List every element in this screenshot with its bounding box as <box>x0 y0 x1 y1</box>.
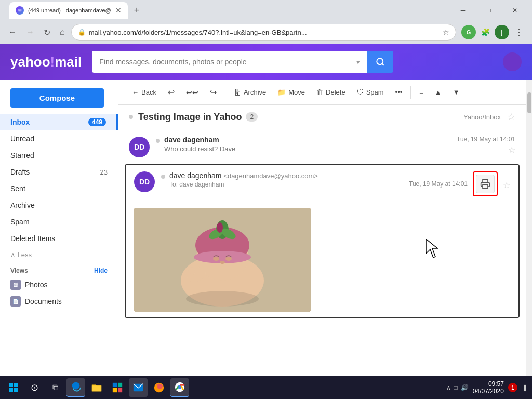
sidebar: Compose Inbox 449 Unread Starred Drafts … <box>0 80 118 380</box>
search-container: ▾ <box>92 51 393 73</box>
tab-close-button[interactable]: ✕ <box>115 6 122 15</box>
svg-point-11 <box>217 222 223 233</box>
profile-button[interactable]: j <box>495 25 509 39</box>
maximize-button[interactable]: □ <box>477 2 501 19</box>
taskbar-chrome[interactable] <box>170 378 189 397</box>
email-avatar-1: DD <box>129 137 150 157</box>
browser-window: ✉ (449 unread) - dagenhamdave@ ✕ + ─ □ ✕… <box>0 0 532 44</box>
header-avatar[interactable] <box>503 52 522 71</box>
window-controls: ─ □ ✕ <box>451 2 527 19</box>
taskbar-edge[interactable] <box>66 378 85 397</box>
taskbar-search[interactable]: ⊙ <box>25 378 44 397</box>
notification-badge[interactable]: 1 <box>508 383 517 392</box>
grammarly-extension[interactable]: G <box>461 25 476 39</box>
sidebar-item-starred[interactable]: Starred <box>0 147 118 164</box>
scrollbar-thumb[interactable] <box>527 92 531 113</box>
start-button[interactable] <box>4 378 23 397</box>
email-expanded-2: DD dave dagenham <dagenhamdave@yahoo.com… <box>125 164 520 318</box>
tab-title: (449 unread) - dagenhamdave@ <box>28 7 111 14</box>
back-nav-button[interactable]: ← <box>5 25 20 39</box>
email-item-1[interactable]: DD dave dagenham Who could resist? Dave … <box>118 129 526 164</box>
back-arrow-icon: ← <box>132 88 139 96</box>
bookmark-icon[interactable]: ☆ <box>443 28 449 36</box>
sidebar-item-inbox[interactable]: Inbox 449 <box>0 114 118 130</box>
search-dropdown-icon[interactable]: ▾ <box>356 58 360 66</box>
show-desktop-icon[interactable]: ▌ <box>522 385 528 391</box>
scrollbar[interactable] <box>526 80 532 380</box>
home-button[interactable]: ⌂ <box>57 25 68 39</box>
move-button[interactable]: 📁 Move <box>272 85 310 99</box>
url-box[interactable]: 🔒 mail.yahoo.com/d/folders/1/messages/74… <box>71 24 456 41</box>
taskbar-clock[interactable]: 09:57 04/07/2020 <box>473 380 504 395</box>
down-icon: ▼ <box>453 88 460 96</box>
app-header: yahoo!mail ▾ <box>0 44 532 80</box>
sidebar-item-photos[interactable]: 🖼 Photos <box>0 276 118 293</box>
taskbar-explorer[interactable] <box>87 378 106 397</box>
tray-arrow-icon[interactable]: ∧ <box>446 384 451 391</box>
sidebar-less-toggle[interactable]: ∧ Less <box>0 247 118 263</box>
archive-button[interactable]: 🗄 Archive <box>229 85 271 100</box>
email-sender-1: dave dagenham <box>164 136 451 144</box>
undo-button[interactable]: ↩ <box>163 84 180 100</box>
sidebar-item-sent[interactable]: Sent <box>0 180 118 197</box>
sidebar-item-documents[interactable]: 📄 Documents <box>0 293 118 310</box>
spam-button[interactable]: 🛡 Spam <box>352 85 389 99</box>
email-exp-avatar: DD <box>134 171 155 192</box>
hide-button[interactable]: Hide <box>94 267 108 274</box>
svg-line-1 <box>382 63 384 65</box>
unread-label: Unread <box>10 135 34 143</box>
network-icon[interactable]: □ <box>454 384 458 391</box>
delete-button[interactable]: 🗑 Delete <box>311 85 351 99</box>
more-icon: ••• <box>395 88 403 96</box>
browser-tab[interactable]: ✉ (449 unread) - dagenhamdave@ ✕ <box>9 2 128 19</box>
scroll-up-button[interactable]: ▲ <box>430 85 447 99</box>
svg-rect-25 <box>118 383 122 387</box>
svg-rect-26 <box>113 388 117 392</box>
new-tab-button[interactable]: + <box>130 5 144 16</box>
photos-label: Photos <box>25 281 48 289</box>
title-bar: ✉ (449 unread) - dagenhamdave@ ✕ + ─ □ ✕ <box>0 0 532 21</box>
tab-bar: ✉ (449 unread) - dagenhamdave@ ✕ + <box>5 1 148 20</box>
menu-button[interactable]: ⋮ <box>511 24 527 40</box>
taskbar-store[interactable] <box>108 378 127 397</box>
undo-all-button[interactable]: ↩↩ <box>181 85 204 100</box>
more-button[interactable]: ••• <box>390 85 408 99</box>
thread-star-icon[interactable]: ☆ <box>507 111 515 123</box>
minimize-button[interactable]: ─ <box>451 2 475 19</box>
taskbar-taskview[interactable]: ⧉ <box>46 378 64 397</box>
sidebar-item-spam[interactable]: Spam <box>0 214 118 230</box>
redo-button[interactable]: ↪ <box>205 84 222 100</box>
undo-all-icon: ↩↩ <box>186 88 198 97</box>
reload-button[interactable]: ↻ <box>41 25 54 39</box>
sidebar-item-drafts[interactable]: Drafts 23 <box>0 164 118 180</box>
search-button[interactable] <box>367 51 393 73</box>
taskbar-firefox[interactable] <box>150 378 168 397</box>
forward-nav-button[interactable]: → <box>23 25 37 39</box>
puzzle-extension[interactable]: 🧩 <box>478 25 493 39</box>
compose-button[interactable]: Compose <box>10 88 104 108</box>
taskbar-mail[interactable] <box>129 378 148 397</box>
email-preview-1: Who could resist? Dave <box>164 145 451 153</box>
thread-subject-area: Testing Image in Yahoo 2 <box>129 112 258 123</box>
undo-icon: ↩ <box>168 87 175 97</box>
yahoo-logo[interactable]: yahoo!mail <box>10 54 82 70</box>
email-star-1[interactable]: ☆ <box>457 145 515 155</box>
windows-icon <box>8 382 19 393</box>
email-star-2[interactable]: ☆ <box>503 180 510 190</box>
search-input[interactable] <box>99 58 356 66</box>
sort-button[interactable]: ≡ <box>414 85 429 99</box>
sidebar-item-deleted[interactable]: Deleted Items <box>0 230 118 247</box>
search-icon <box>376 57 385 66</box>
spam-icon: 🛡 <box>357 88 364 96</box>
inbox-badge: 449 <box>88 118 106 126</box>
back-button[interactable]: ← Back <box>127 85 162 99</box>
scroll-down-button[interactable]: ▼ <box>448 85 465 99</box>
drafts-badge: 23 <box>100 168 108 176</box>
print-button[interactable] <box>476 175 495 193</box>
close-button[interactable]: ✕ <box>503 2 527 19</box>
starred-label: Starred <box>10 151 34 159</box>
volume-icon[interactable]: 🔊 <box>461 384 469 391</box>
sidebar-item-unread[interactable]: Unread <box>0 130 118 147</box>
sidebar-item-archive[interactable]: Archive <box>0 197 118 214</box>
svg-rect-24 <box>113 383 117 387</box>
